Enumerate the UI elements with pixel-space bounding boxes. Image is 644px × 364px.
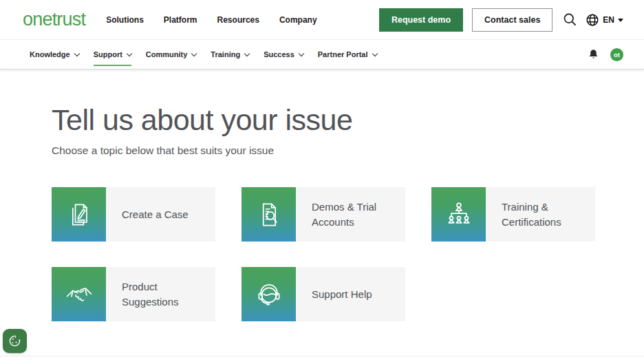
topic-label: Demos & Trial Accounts — [296, 187, 405, 242]
subnav-item-community[interactable]: Community — [146, 40, 197, 69]
topic-label: Create a Case — [106, 187, 215, 242]
page-bottom-divider — [0, 356, 644, 356]
topic-label: Support Help — [296, 267, 405, 321]
subnav-item-label: Success — [264, 50, 294, 58]
subnav-item-label: Training — [211, 50, 240, 58]
nav-item-resources[interactable]: Resources — [217, 15, 259, 25]
page-subtitle: Choose a topic below that best suits you… — [52, 144, 644, 157]
topic-tile — [52, 267, 106, 321]
contact-sales-button[interactable]: Contact sales — [472, 8, 552, 32]
main-content: Tell us about your issue Choose a topic … — [0, 69, 644, 321]
chevron-down-icon — [74, 50, 79, 56]
topic-tile — [242, 267, 296, 321]
topic-tile — [431, 187, 486, 242]
topic-label: Product Suggestions — [106, 267, 215, 321]
primary-nav: Solutions Platform Resources Company — [106, 15, 316, 25]
chevron-down-icon — [618, 19, 623, 22]
subnav-item-success[interactable]: Success — [264, 40, 303, 69]
document-search-icon — [254, 200, 284, 230]
chevron-down-icon — [372, 50, 377, 56]
topic-card-support-help[interactable]: Support Help — [242, 267, 405, 321]
language-selector[interactable]: EN — [586, 13, 623, 27]
subnav-item-label: Knowledge — [30, 50, 70, 58]
subnav-item-label: Partner Portal — [318, 50, 368, 58]
subnav-item-label: Community — [146, 50, 188, 58]
topic-tile — [242, 187, 296, 242]
case-document-icon — [64, 200, 94, 230]
nav-item-company[interactable]: Company — [279, 15, 317, 25]
subnav-item-knowledge[interactable]: Knowledge — [30, 40, 79, 69]
handshake-icon — [64, 279, 94, 310]
subnav-item-partner-portal[interactable]: Partner Portal — [318, 40, 377, 69]
nav-item-solutions[interactable]: Solutions — [106, 15, 144, 25]
chevron-down-icon — [244, 50, 250, 56]
subnav-item-label: Support — [94, 50, 122, 58]
chevron-down-icon — [299, 50, 304, 56]
onetrust-logo[interactable]: onetrust — [23, 9, 85, 30]
subnav-item-training[interactable]: Training — [211, 40, 249, 69]
org-chart-icon — [444, 200, 474, 230]
topic-card-create-a-case[interactable]: Create a Case — [52, 187, 215, 242]
search-icon[interactable] — [563, 12, 577, 27]
chevron-down-icon — [191, 50, 197, 56]
headset-icon — [254, 279, 284, 310]
nav-item-platform[interactable]: Platform — [164, 15, 197, 25]
page-title: Tell us about your issue — [52, 103, 644, 137]
support-subnav: Knowledge Support Community Training Suc… — [0, 40, 644, 69]
topic-tile — [52, 187, 106, 242]
request-demo-button[interactable]: Request demo — [379, 8, 463, 32]
topic-card-training-certifications[interactable]: Training & Certifications — [431, 187, 595, 242]
chevron-down-icon — [127, 50, 132, 56]
topic-card-demos-trial-accounts[interactable]: Demos & Trial Accounts — [242, 187, 405, 242]
notifications-bell-icon[interactable] — [588, 49, 599, 60]
subnav-item-support[interactable]: Support — [94, 40, 131, 69]
topic-label: Training & Certifications — [486, 187, 595, 242]
cookie-preferences-button[interactable] — [3, 329, 27, 353]
topic-cards-grid: Create a Case Demos & Trial Accounts — [52, 187, 597, 321]
page: onetrust Solutions Platform Resources Co… — [0, 0, 644, 364]
topic-card-product-suggestions[interactable]: Product Suggestions — [52, 267, 215, 321]
language-label: EN — [603, 15, 614, 25]
top-header: onetrust Solutions Platform Resources Co… — [0, 0, 644, 40]
globe-icon — [586, 13, 599, 27]
cookie-icon — [7, 333, 23, 349]
user-avatar[interactable]: ot — [610, 48, 623, 61]
